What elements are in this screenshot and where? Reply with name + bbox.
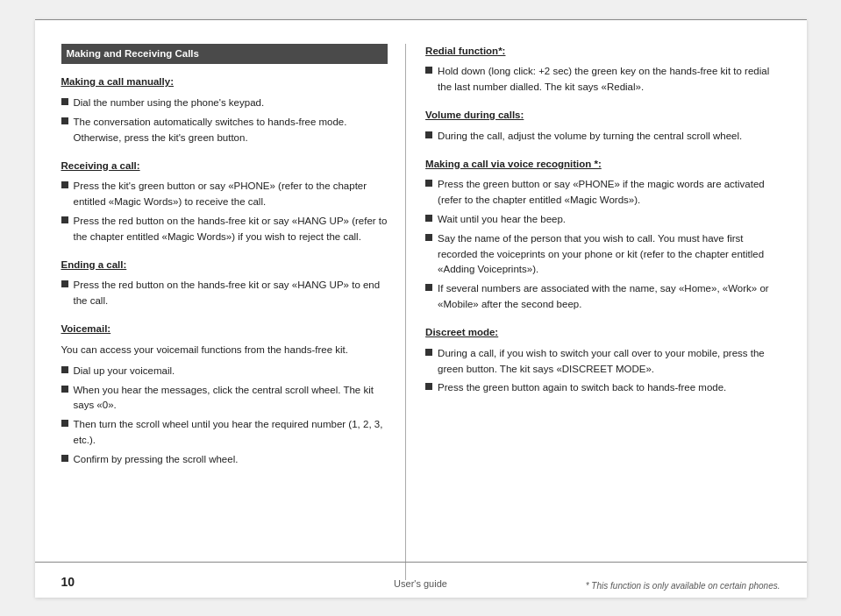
page-label: User's guide <box>394 578 447 589</box>
bullet-item: If several numbers are associated with t… <box>425 281 780 313</box>
bullet-text: During a call, if you wish to switch you… <box>438 346 780 378</box>
section-title-receiving: Receiving a call: <box>61 159 388 174</box>
bullet-icon <box>61 455 68 462</box>
section-title-volume: Volume during calls: <box>425 108 780 124</box>
right-column: Redial function*: Hold down (long click:… <box>406 44 780 580</box>
bullet-text: Wait until you hear the beep. <box>438 212 780 228</box>
bullet-item: Press the green button again to switch b… <box>425 380 780 396</box>
bullet-text: Confirm by pressing the scroll wheel. <box>74 452 388 468</box>
bullet-item: Say the name of the person that you wish… <box>425 231 780 278</box>
section-title-ending: Ending a call: <box>61 258 388 273</box>
bullet-text: If several numbers are associated with t… <box>438 281 780 313</box>
bottom-rule <box>35 562 807 563</box>
bullet-icon <box>61 216 68 223</box>
bullet-icon <box>425 383 432 390</box>
bullet-icon <box>61 386 68 393</box>
bullet-item: Dial the number using the phone's keypad… <box>61 96 388 111</box>
bullet-item: Press the red button on the hands-free k… <box>61 214 388 245</box>
bullet-text: Dial the number using the phone's keypad… <box>74 96 388 111</box>
bullet-icon <box>61 117 68 124</box>
bullet-icon <box>425 67 432 74</box>
bullet-icon <box>61 366 68 373</box>
bullet-icon <box>61 280 68 287</box>
bullet-icon <box>425 284 432 291</box>
section-title-making-call: Making a call manually: <box>61 74 388 90</box>
section-title-redial: Redial function*: <box>425 44 780 60</box>
bullet-item: The conversation automatically switches … <box>61 115 388 146</box>
page-number: 10 <box>61 575 75 589</box>
voicemail-intro: You can access your voicemail functions … <box>61 343 388 358</box>
bullet-text: Press the red button on the hands-free k… <box>74 214 388 245</box>
bullet-icon <box>425 349 432 356</box>
bullet-item: Dial up your voicemail. <box>61 364 388 379</box>
bullet-item: Hold down (long click: +2 sec) the green… <box>425 64 780 96</box>
bullet-text: Press the green button again to switch b… <box>438 380 780 396</box>
main-header: Making and Receiving Calls <box>61 44 388 65</box>
bullet-icon <box>425 180 432 187</box>
bullet-text: Press the green button or say «PHONE» if… <box>438 177 780 209</box>
top-rule <box>35 19 807 20</box>
bullet-item: When you hear the messages, click the ce… <box>61 383 388 414</box>
bullet-item: Wait until you hear the beep. <box>425 212 780 228</box>
bullet-item: Then turn the scroll wheel until you hea… <box>61 417 388 449</box>
bullet-text: Hold down (long click: +2 sec) the green… <box>438 64 780 96</box>
bullet-item: During a call, if you wish to switch you… <box>425 346 780 378</box>
bullet-item: Press the green button or say «PHONE» if… <box>425 177 780 209</box>
bullet-icon <box>425 234 432 241</box>
bullet-text: Then turn the scroll wheel until you hea… <box>74 417 388 449</box>
bullet-icon <box>425 215 432 222</box>
section-title-discreet: Discreet mode: <box>425 325 780 341</box>
bullet-item: Confirm by pressing the scroll wheel. <box>61 452 388 468</box>
section-title-voice-recognition: Making a call via voice recognition *: <box>425 157 780 173</box>
bullet-icon <box>61 181 68 188</box>
bullet-item: During the call, adjust the volume by tu… <box>425 129 780 145</box>
bullet-icon <box>61 420 68 427</box>
bullet-text: During the call, adjust the volume by tu… <box>438 129 780 145</box>
section-title-voicemail: Voicemail: <box>61 322 388 337</box>
bullet-text: The conversation automatically switches … <box>74 115 388 146</box>
footnote: * This function is only available on cer… <box>586 581 780 591</box>
bullet-icon <box>425 131 432 138</box>
bullet-text: Press the red button on the hands-free k… <box>74 278 388 309</box>
bullet-text: When you hear the messages, click the ce… <box>74 383 388 414</box>
bullet-text: Press the kit's green button or say «PHO… <box>74 179 388 210</box>
left-column: Making and Receiving Calls Making a call… <box>61 44 407 580</box>
bullet-icon <box>61 98 68 105</box>
bullet-text: Dial up your voicemail. <box>74 364 388 379</box>
bullet-text: Say the name of the person that you wish… <box>438 231 780 278</box>
document-page: Making and Receiving Calls Making a call… <box>35 19 807 598</box>
bullet-item: Press the kit's green button or say «PHO… <box>61 179 388 210</box>
content-area: Making and Receiving Calls Making a call… <box>35 19 807 598</box>
bullet-item: Press the red button on the hands-free k… <box>61 278 388 309</box>
